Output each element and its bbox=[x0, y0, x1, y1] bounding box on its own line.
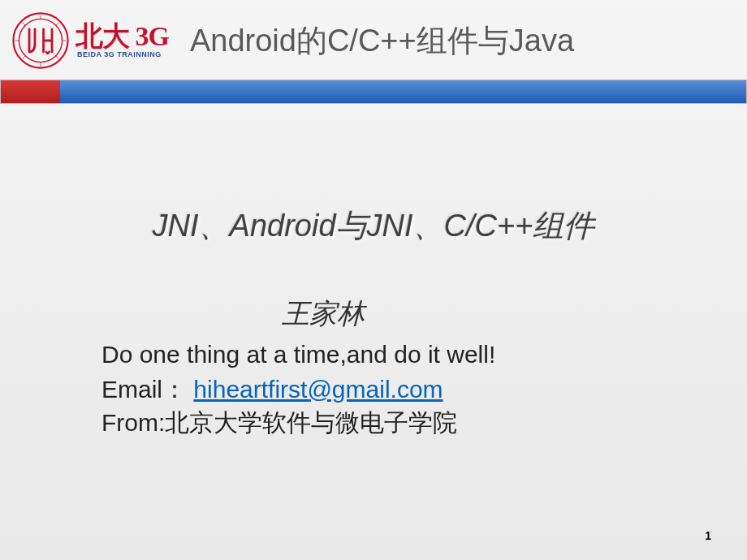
header: 北大 3G BEIDA 3G TRAINNING Android的C/C++组件… bbox=[0, 0, 747, 75]
content-area: JNI、Android与JNI、C/C++组件 王家林 Do one thing… bbox=[0, 104, 747, 440]
beida-seal-icon bbox=[12, 12, 69, 69]
svg-point-1 bbox=[19, 19, 62, 62]
slide-subtitle: JNI、Android与JNI、C/C++组件 bbox=[0, 205, 747, 247]
divider-red bbox=[1, 80, 60, 103]
author-details: Do one thing at a time,and do it well! E… bbox=[0, 341, 747, 440]
svg-line-9 bbox=[23, 56, 26, 59]
divider-blue bbox=[60, 80, 746, 103]
logo-sub-text: BEIDA 3G TRAINNING bbox=[77, 50, 169, 58]
svg-line-7 bbox=[56, 56, 59, 59]
email-link[interactable]: hiheartfirst@gmail.com bbox=[193, 376, 443, 403]
svg-line-8 bbox=[56, 23, 59, 26]
from-line: From:北京大学软件与微电子学院 bbox=[101, 407, 747, 440]
email-line: Email： hiheartfirst@gmail.com bbox=[101, 373, 747, 407]
from-label: From: bbox=[101, 409, 165, 436]
from-value: 北京大学软件与微电子学院 bbox=[165, 409, 457, 436]
motto-text: Do one thing at a time,and do it well! bbox=[101, 341, 747, 368]
page-title: Android的C/C++组件与Java bbox=[190, 20, 574, 62]
svg-point-0 bbox=[13, 13, 67, 67]
divider-bar bbox=[0, 80, 747, 104]
logo-text-block: 北大 3G BEIDA 3G TRAINNING bbox=[76, 23, 169, 58]
logo-main-text: 北大 3G bbox=[76, 23, 169, 50]
author-name: 王家林 bbox=[0, 295, 747, 333]
email-label: Email： bbox=[101, 376, 187, 403]
page-number: 1 bbox=[705, 529, 711, 542]
svg-line-6 bbox=[23, 23, 26, 26]
